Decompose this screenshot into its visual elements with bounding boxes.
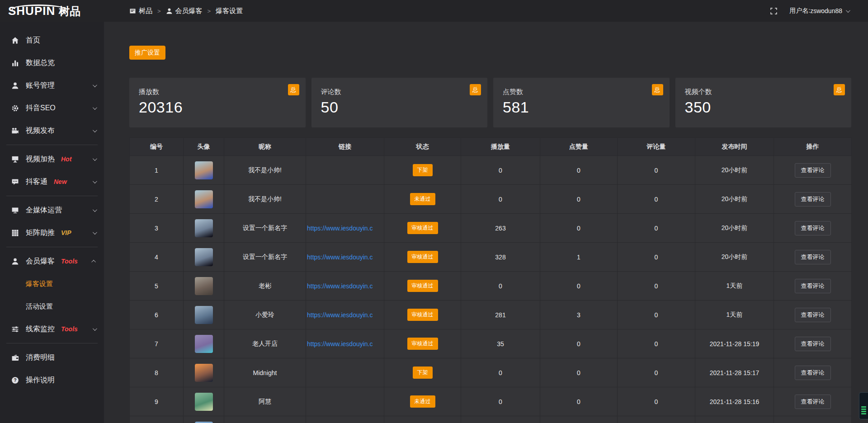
cell-likes: 3 — [540, 301, 618, 329]
sidebar-item-label: 操作说明 — [26, 376, 55, 385]
sidebar-item-视频加热[interactable]: 视频加热Hot — [0, 148, 104, 170]
cell-likes: 0 — [540, 272, 618, 301]
cell-likes: 0 — [540, 329, 618, 358]
sidebar-item-label: 首页 — [26, 36, 40, 45]
view-comments-button[interactable]: 查看评论 — [795, 192, 831, 207]
username-menu[interactable]: 用户名: zswodun88 — [789, 7, 849, 15]
profile-link[interactable]: https://www.iesdouyin.c — [306, 254, 384, 261]
status-badge: 下架 — [413, 164, 433, 176]
topbar-right: 用户名: zswodun88 — [770, 7, 868, 15]
column-header-点赞量: 点赞量 — [540, 138, 618, 156]
table-row: 8Midnight下架0002021-11-28 15:17查看评论 — [130, 358, 852, 387]
table-row: 2我不是小帅!未通过00020小时前查看评论 — [130, 185, 852, 214]
cell-avatar — [184, 156, 224, 185]
sidebar-item-视频发布[interactable]: 视频发布 — [0, 119, 104, 142]
cell-time: 2021-11-28 15:16 — [695, 387, 774, 416]
cell-likes — [540, 416, 618, 423]
view-comments-button[interactable]: 查看评论 — [795, 163, 831, 178]
sidebar-item-抖客通[interactable]: 抖客通New — [0, 170, 104, 193]
chevron-down-icon — [93, 230, 97, 235]
cell-comments — [618, 416, 695, 423]
cell-nickname: 老人开店 — [224, 329, 306, 358]
cell-likes: 0 — [540, 185, 618, 214]
sidebar-item-数据总览[interactable]: 数据总览 — [0, 52, 104, 74]
status-badge: 未通过 — [410, 395, 435, 408]
breadcrumb: 树品>会员爆客>爆客设置 — [129, 7, 770, 15]
column-header-头像: 头像 — [184, 138, 224, 156]
chevron-down-icon — [93, 105, 97, 110]
breadcrumb-item[interactable]: 树品 — [129, 7, 152, 15]
customer-service-widget[interactable] — [859, 392, 868, 419]
cell-status: 审核通过 — [384, 214, 461, 243]
sidebar-subitem-爆客设置[interactable]: 爆客设置 — [0, 273, 104, 295]
cell-plays: 263 — [461, 214, 540, 243]
stat-value: 20316 — [139, 99, 306, 116]
wallet-icon — [11, 354, 19, 362]
cell-action: 查看评论 — [774, 329, 852, 358]
breadcrumb-separator: > — [157, 8, 161, 14]
cell-plays: 35 — [461, 329, 540, 358]
cell-action: 查看评论 — [774, 156, 852, 185]
stat-value: 581 — [503, 99, 670, 116]
profile-link[interactable]: https://www.iesdouyin.c — [306, 282, 384, 290]
profile-link[interactable]: https://www.iesdouyin.c — [306, 340, 384, 348]
view-comments-button[interactable]: 查看评论 — [795, 279, 831, 293]
sidebar-item-账号管理[interactable]: 账号管理 — [0, 74, 104, 97]
sidebar-item-全媒体运营[interactable]: 全媒体运营 — [0, 199, 104, 221]
breadcrumb-item[interactable]: 爆客设置 — [216, 7, 243, 15]
cell-comments: 0 — [618, 301, 695, 329]
accounts-table-wrap: 编号头像昵称链接状态播放量点赞量评论量发布时间操作 1我不是小帅!下架00020… — [129, 137, 851, 423]
promo-settings-button[interactable]: 推广设置 — [129, 46, 165, 60]
column-header-播放量: 播放量 — [461, 138, 540, 156]
sidebar-divider — [6, 343, 98, 343]
total-badge: 总 — [834, 84, 845, 95]
cell-nickname: 设置一个新名字 — [224, 243, 306, 272]
cell-time: 20小时前 — [695, 156, 774, 185]
user-icon — [11, 258, 19, 265]
view-comments-button[interactable]: 查看评论 — [795, 366, 831, 380]
view-comments-button[interactable]: 查看评论 — [795, 395, 831, 409]
fullscreen-icon[interactable] — [770, 7, 778, 15]
grid-icon — [11, 229, 19, 237]
cell-id: 4 — [130, 243, 184, 272]
sidebar-item-label: 视频发布 — [26, 126, 55, 136]
sidebar-item-抖音SEO[interactable]: 抖音SEO — [0, 97, 104, 119]
view-comments-button[interactable]: 查看评论 — [795, 337, 831, 351]
cell-link — [306, 156, 384, 185]
profile-link[interactable]: https://www.iesdouyin.c — [306, 311, 384, 319]
sidebar-item-操作说明[interactable]: ?操作说明 — [0, 369, 104, 391]
cell-link: https://www.iesdouyin.c — [306, 272, 384, 301]
cell-link — [306, 416, 384, 423]
breadcrumb-item[interactable]: 会员爆客 — [166, 7, 203, 15]
sidebar-subitem-活动设置[interactable]: 活动设置 — [0, 295, 104, 318]
sidebar-item-会员爆客[interactable]: 会员爆客Tools — [0, 250, 104, 273]
gear-icon — [11, 104, 19, 112]
cell-status: 审核通过 — [384, 301, 461, 329]
sidebar-item-消费明细[interactable]: 消费明细 — [0, 346, 104, 369]
cell-id: 5 — [130, 272, 184, 301]
cell-action: 查看评论 — [774, 358, 852, 387]
sidebar-item-label: 全媒体运营 — [26, 206, 62, 215]
app-logo: SHUPIN 树品 — [0, 2, 104, 20]
sidebar-item-label: 数据总览 — [26, 58, 55, 68]
cell-avatar — [184, 387, 224, 416]
view-comments-button[interactable]: 查看评论 — [795, 221, 831, 235]
cell-nickname: 设置一个新名字 — [224, 214, 306, 243]
cell-status: 下架 — [384, 358, 461, 387]
cell-status: 未通过 — [384, 387, 461, 416]
view-comments-button[interactable]: 查看评论 — [795, 250, 831, 264]
total-badge: 总 — [288, 84, 299, 95]
view-comments-button[interactable]: 查看评论 — [795, 308, 831, 322]
sidebar-item-首页[interactable]: 首页 — [0, 29, 104, 52]
sidebar-item-线索监控[interactable]: 线索监控Tools — [0, 318, 104, 340]
profile-link[interactable]: https://www.iesdouyin.c — [306, 225, 384, 232]
cell-comments: 0 — [618, 272, 695, 301]
cell-nickname: 我不是小帅! — [224, 185, 306, 214]
screen-icon — [11, 155, 19, 163]
column-header-链接: 链接 — [306, 138, 384, 156]
avatar — [195, 190, 213, 208]
stat-label: 播放数 — [139, 88, 306, 96]
status-badge: 审核通过 — [407, 222, 438, 234]
sidebar-item-矩阵助推[interactable]: 矩阵助推VIP — [0, 221, 104, 244]
sidebar-item-badge: VIP — [61, 229, 71, 236]
